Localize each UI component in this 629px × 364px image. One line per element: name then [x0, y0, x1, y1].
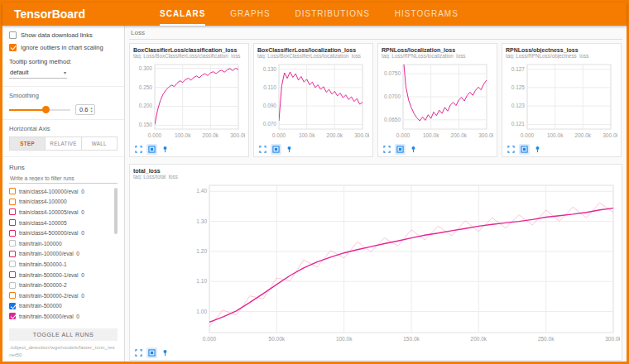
fit-data-icon[interactable] [271, 144, 281, 155]
svg-text:1.00: 1.00 [196, 309, 207, 314]
axis-relative-button[interactable]: RELATIVE [46, 136, 81, 151]
run-item[interactable]: train/class4-100005/eval_0 [9, 207, 113, 218]
pin-icon[interactable] [160, 347, 170, 358]
run-checkbox[interactable] [9, 188, 16, 194]
tab-distributions[interactable]: DISTRIBUTIONS [295, 2, 370, 26]
tab-scalars[interactable]: SCALARS [160, 2, 205, 26]
fit-data-icon[interactable] [395, 144, 406, 155]
fullscreen-icon[interactable] [133, 144, 144, 155]
run-item[interactable]: train/train-100000 [9, 238, 113, 249]
spinner-down-icon[interactable]: ▾ [90, 110, 92, 113]
fit-data-icon[interactable] [146, 347, 157, 358]
chart-title: BoxClassifierLoss/classification_loss [133, 47, 245, 53]
spinner[interactable]: ▴ ▾ [90, 107, 92, 113]
run-item[interactable]: train/class4-100000 [9, 197, 113, 208]
run-label: train/class4-100000/eval_0 [19, 189, 84, 194]
run-checkbox[interactable] [9, 271, 16, 278]
tab-graphs[interactable]: GRAPHS [230, 2, 270, 26]
chart-plot[interactable]: 1.001.101.201.301.400.00050.00k100.0k150… [133, 181, 618, 347]
chart-plot[interactable]: 0.0700.0900.1100.1300.000100.0k200.0k300… [257, 60, 369, 143]
pin-icon[interactable] [408, 144, 419, 155]
svg-text:0.121: 0.121 [511, 121, 526, 127]
tab-histograms[interactable]: HISTOGRAMS [395, 2, 459, 26]
chart-tag: tag: Loss/BoxClassifierLoss/classificati… [133, 53, 245, 59]
run-item[interactable]: train/train-500000-1 [9, 259, 113, 270]
run-checkbox[interactable] [9, 313, 16, 319]
tooltip-sort-select[interactable]: default ▾ [9, 67, 67, 79]
ignore-outliers-checkbox[interactable] [9, 44, 17, 51]
chart-toolbar [133, 144, 245, 155]
ignore-outliers-option[interactable]: Ignore outliers in chart scaling [9, 44, 118, 51]
chart-tag: tag: Loss/total_loss [133, 174, 618, 180]
pin-icon[interactable] [532, 144, 543, 155]
run-item[interactable]: train/train-500000-2/eval_0 [9, 290, 113, 301]
run-item[interactable]: train/train-500000-2 [9, 280, 113, 290]
slider-thumb[interactable] [42, 106, 50, 113]
pin-icon[interactable] [284, 144, 295, 155]
svg-text:50.00k: 50.00k [269, 336, 286, 342]
svg-text:0.0650: 0.0650 [384, 117, 401, 122]
tooltip-sort-option: Tooltip sorting method: default ▾ [9, 58, 118, 79]
category-label: Loss [131, 29, 145, 36]
run-checkbox[interactable] [9, 219, 16, 226]
axis-step-button[interactable]: STEP [9, 136, 46, 151]
show-download-label: Show data download links [21, 31, 93, 39]
runs-filter-input[interactable] [9, 174, 118, 184]
svg-text:1.40: 1.40 [196, 188, 207, 194]
svg-text:0.300: 0.300 [139, 65, 153, 71]
runs-header: Runs [9, 164, 118, 171]
run-checkbox[interactable] [9, 199, 16, 205]
chart-plot[interactable]: 0.1210.1230.1250.1270.000100.0k200.0k300… [506, 60, 617, 143]
svg-text:300.0k: 300.0k [605, 336, 620, 342]
run-checkbox[interactable] [9, 303, 16, 309]
run-item[interactable]: train/train-500000-1/eval_0 [9, 270, 113, 280]
sidebar: Show data download links Ignore outliers… [2, 26, 125, 362]
run-checkbox[interactable] [9, 230, 16, 237]
fullscreen-icon[interactable] [506, 144, 516, 155]
runs-scrollbar[interactable] [114, 188, 118, 234]
run-checkbox[interactable] [9, 282, 16, 289]
run-item[interactable]: train/train-100000/eval_0 [9, 249, 113, 260]
run-label: train/train-500000-1 [19, 261, 67, 267]
axis-wall-button[interactable]: WALL [82, 136, 118, 151]
run-checkbox[interactable] [9, 292, 16, 299]
run-label: train/train-100000/eval_0 [19, 251, 79, 256]
app-body: Show data download links Ignore outliers… [2, 26, 627, 362]
app-title: TensorBoard [2, 7, 160, 21]
run-item[interactable]: train/class4-100005 [9, 218, 113, 228]
run-checkbox[interactable] [9, 240, 16, 247]
category-header[interactable]: Loss [129, 28, 622, 40]
horizontal-axis-label: Horizontal Axis [9, 125, 118, 132]
fullscreen-icon[interactable] [257, 144, 268, 155]
show-download-checkbox[interactable] [9, 31, 17, 39]
run-label: train/train-500000 [19, 303, 62, 309]
toggle-all-runs-button[interactable]: TOGGLE ALL RUNS [9, 328, 118, 341]
chart-tag: tag: Loss/RPNLoss/localization_loss [382, 53, 493, 59]
run-item[interactable]: train/class4-500000/eval_0 [9, 228, 113, 238]
fullscreen-icon[interactable] [382, 144, 392, 155]
run-label: train/train-500000-2 [19, 282, 67, 288]
chart-plot[interactable]: 0.06500.07000.07500.000100.0k200.0k300.0… [382, 60, 493, 143]
svg-text:300.0k: 300.0k [354, 132, 369, 138]
fit-data-icon[interactable] [519, 144, 530, 155]
chart-plot[interactable]: 0.1500.2000.2500.3000.000100.0k200.0k300… [133, 60, 245, 143]
svg-text:1.30: 1.30 [196, 218, 207, 224]
show-download-option[interactable]: Show data download links [9, 31, 118, 39]
run-item[interactable]: train/class4-100000/eval_0 [9, 186, 113, 197]
run-item[interactable]: train/train-500000/eval_0 [9, 311, 113, 322]
chart-toolbar [257, 144, 369, 155]
pin-icon[interactable] [160, 144, 170, 155]
run-checkbox[interactable] [9, 251, 16, 257]
run-item[interactable]: train/train-500000 [9, 301, 113, 312]
slider-fill [9, 109, 46, 111]
chart-title: total_loss [133, 168, 618, 174]
chart-toolbar [382, 144, 493, 155]
small-charts-row: BoxClassifierLoss/classification_losstag… [129, 43, 622, 157]
run-checkbox[interactable] [9, 261, 16, 267]
smoothing-control: 0.6 ▴ ▾ [9, 104, 118, 115]
smoothing-value-box[interactable]: 0.6 ▴ ▾ [75, 104, 95, 115]
fit-data-icon[interactable] [146, 144, 157, 155]
smoothing-slider[interactable] [9, 109, 70, 111]
fullscreen-icon[interactable] [133, 347, 144, 358]
run-checkbox[interactable] [9, 208, 16, 215]
